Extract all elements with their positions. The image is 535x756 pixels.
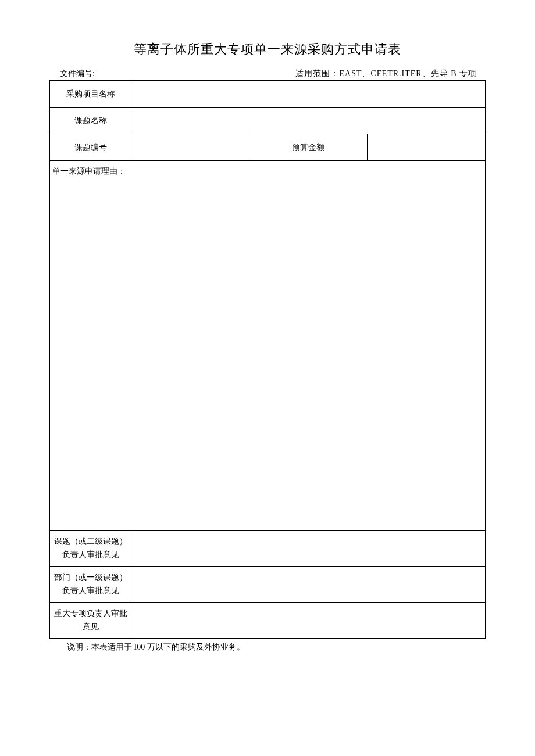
scope-label: 适用范围：EAST、CFETR.ITER、先导 B 专项 [295,69,477,79]
value-reason[interactable] [50,182,486,531]
label-approval-3: 重大专项负责人审批意见 [50,603,131,639]
row-reason-header: 单一来源申请理由： [50,161,486,182]
row-approval-1: 课题（或二级课题）负责人审批意见 [50,531,486,567]
footer-note: 说明：本表适用于 I00 万以下的采购及外协业务。 [49,642,486,653]
label-approval-2: 部门（或一级课题）负责人审批意见 [50,567,131,603]
page-title: 等离子体所重大专项单一来源采购方式申请表 [49,41,486,58]
row-approval-3: 重大专项负责人审批意见 [50,603,486,639]
row-topic-name: 课题名称 [50,108,486,134]
label-approval-1: 课题（或二级课题）负责人审批意见 [50,531,131,567]
file-number-label: 文件编号: [60,69,95,79]
value-topic-name[interactable] [131,108,486,134]
label-budget: 预算金额 [249,134,368,161]
label-topic-name: 课题名称 [50,108,131,134]
meta-row: 文件编号: 适用范围：EAST、CFETR.ITER、先导 B 专项 [49,69,486,79]
value-topic-number[interactable] [131,134,249,161]
value-project-name[interactable] [131,81,486,108]
value-approval-2[interactable] [131,567,486,603]
value-approval-3[interactable] [131,603,486,639]
label-topic-number: 课题编号 [50,134,131,161]
row-topic-number: 课题编号 预算金额 [50,134,486,161]
label-reason: 单一来源申请理由： [50,161,486,182]
row-reason-body [50,182,486,531]
label-project-name: 采购项目名称 [50,81,131,108]
application-table: 采购项目名称 课题名称 课题编号 预算金额 单一来源申请理由： 课题（或二级课题… [49,80,486,639]
row-approval-2: 部门（或一级课题）负责人审批意见 [50,567,486,603]
value-budget[interactable] [368,134,486,161]
value-approval-1[interactable] [131,531,486,567]
row-project-name: 采购项目名称 [50,81,486,108]
